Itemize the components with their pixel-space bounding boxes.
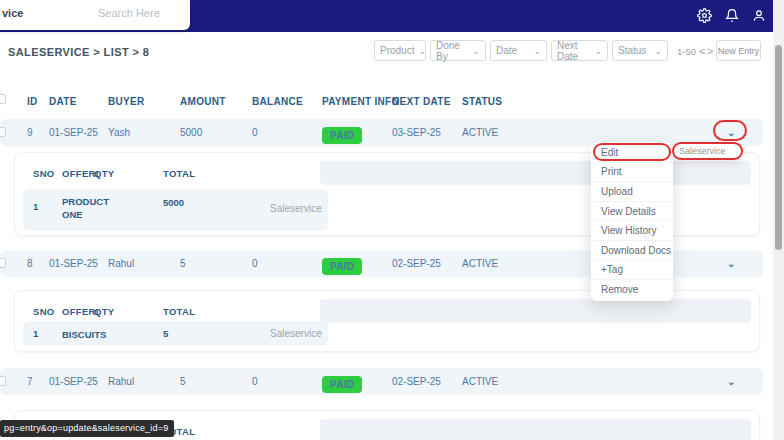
chevron-down-icon: ⌄: [594, 46, 602, 56]
sub-col-qty: QTY: [94, 168, 114, 179]
search-bar[interactable]: vice Search Here: [0, 0, 190, 30]
cell-id: 8: [27, 258, 33, 269]
col-header-id: ID: [27, 96, 38, 107]
chevron-down-icon: ⌄: [472, 46, 480, 56]
cell-balance: 0: [252, 258, 258, 269]
cell-date: 01-SEP-25: [49, 376, 98, 387]
filter-doneby-label: Done By: [436, 40, 468, 62]
col-header-balance: BALANCE: [252, 96, 303, 107]
subtable-header-band: [320, 299, 751, 323]
scrollbar-thumb[interactable]: [775, 45, 782, 250]
filter-nextdate-select[interactable]: Next Date ⌄: [551, 40, 608, 61]
filter-status-select[interactable]: Status ⌄: [612, 40, 668, 61]
row-context-menu: Edit Print Upload View Details View Hist…: [591, 142, 673, 301]
user-profile-icon[interactable]: [752, 8, 766, 23]
status-badge: PAID: [322, 258, 362, 275]
cell-next-date: 02-SEP-25: [392, 258, 441, 269]
cell-next-date: 03-SEP-25: [392, 127, 441, 138]
cell-buyer: Rahul: [108, 258, 134, 269]
row-expand-chevron-down-icon[interactable]: ⌄: [727, 258, 735, 269]
row-checkbox[interactable]: [0, 258, 6, 268]
table-row[interactable]: 7 01-SEP-25 Rahul 5 0 PAID 02-SEP-25 ACT…: [0, 368, 763, 395]
cell-buyer: Rahul: [108, 376, 134, 387]
cell-balance: 0: [252, 127, 258, 138]
menu-item-upload[interactable]: Upload: [591, 182, 673, 202]
sub-col-sno: SNO: [33, 168, 55, 179]
pagination-range: 1-50: [677, 46, 696, 57]
app-window: vice Search Here SALESERVICE > LIST > 8 …: [0, 0, 784, 440]
cell-next-date: 02-SEP-25: [392, 376, 441, 387]
cell-buyer: Yash: [108, 127, 130, 138]
cell-amount: 5: [180, 258, 186, 269]
scrollbar-track[interactable]: [773, 0, 784, 440]
new-entry-button[interactable]: New Entry: [716, 40, 761, 61]
menu-item-print[interactable]: Print: [591, 163, 673, 183]
pagination-prev-icon[interactable]: <: [699, 45, 705, 57]
sub-col-total: TOTAL: [163, 168, 195, 179]
sub-col-sno: SNO: [33, 306, 55, 317]
col-header-payment-info: PAYMENT INFO: [322, 96, 400, 107]
pagination-next-icon[interactable]: >: [707, 45, 713, 57]
sub-cell-offeri: BISCUITS: [62, 328, 114, 341]
menu-item-view-details[interactable]: View Details: [591, 202, 673, 222]
col-header-amount: AMOUNT: [180, 96, 226, 107]
cell-date: 01-SEP-25: [49, 258, 98, 269]
chevron-down-icon: ⌄: [533, 46, 541, 56]
sub-table-row: 1 PRODUCT ONE 5000 Saleservice: [23, 189, 328, 231]
menu-item-download-docs[interactable]: Download Docs: [591, 241, 673, 261]
row-checkbox[interactable]: [0, 376, 6, 386]
sub-cell-offeri: PRODUCT ONE: [62, 195, 114, 221]
row-expand-chevron-down-icon[interactable]: ⌄: [727, 376, 735, 387]
subtable-header-band: [320, 161, 751, 185]
filter-product-select[interactable]: Product ⌄: [374, 40, 426, 61]
select-all-checkbox[interactable]: [0, 94, 6, 104]
col-header-status: STATUS: [462, 96, 502, 107]
status-badge: PAID: [322, 127, 362, 144]
annotation-chip: Saleservice: [672, 142, 743, 160]
cell-amount: 5: [180, 376, 186, 387]
menu-item-remove[interactable]: Remove: [591, 280, 673, 300]
menu-item-view-history[interactable]: View History: [591, 221, 673, 241]
settings-gear-icon[interactable]: [697, 8, 712, 23]
sub-cell-sno: 1: [33, 201, 38, 212]
cell-status: ACTIVE: [462, 258, 498, 269]
sub-cell-done-by: Saleservice: [270, 328, 322, 339]
filter-date-select[interactable]: Date ⌄: [490, 40, 547, 61]
annotation-oval-edit: [593, 143, 671, 161]
sub-cell-total: 5000: [163, 197, 184, 208]
sub-cell-done-by: Saleservice: [270, 203, 322, 214]
cell-status: ACTIVE: [462, 127, 498, 138]
sub-col-total: TOTAL: [163, 306, 195, 317]
filter-product-label: Product: [380, 45, 414, 56]
breadcrumb: SALESERVICE > LIST > 8: [8, 46, 149, 58]
brand-text-fragment: vice: [2, 7, 23, 19]
menu-item-tag[interactable]: +Tag: [591, 261, 673, 281]
status-badge: PAID: [322, 376, 362, 393]
annotation-oval-chevron: [713, 120, 747, 141]
filter-nextdate-label: Next Date: [557, 40, 590, 62]
col-header-buyer: BUYER: [108, 96, 145, 107]
row-checkbox[interactable]: [0, 127, 6, 137]
sub-cell-sno: 1: [33, 328, 38, 339]
filter-date-label: Date: [496, 45, 517, 56]
chevron-down-icon: ⌄: [418, 46, 426, 56]
notifications-bell-icon[interactable]: [725, 8, 739, 23]
cell-id: 9: [27, 127, 33, 138]
search-input[interactable]: Search Here: [98, 7, 160, 19]
col-header-date: DATE: [49, 96, 77, 107]
filter-doneby-select[interactable]: Done By ⌄: [430, 40, 486, 61]
sub-cell-total: 5: [163, 328, 168, 339]
subtable-header-band: [320, 419, 751, 440]
chevron-down-icon: ⌄: [654, 46, 662, 56]
sub-col-qty: QTY: [94, 306, 114, 317]
col-header-next-date: NEXT DATE: [392, 96, 451, 107]
cell-status: ACTIVE: [462, 376, 498, 387]
status-bar-url: pg=entry&op=update&saleservice_id=9: [0, 420, 174, 437]
cell-balance: 0: [252, 376, 258, 387]
sub-table-row: 1 BISCUITS 5 Saleservice: [23, 321, 328, 346]
filter-status-label: Status: [618, 45, 646, 56]
cell-date: 01-SEP-25: [49, 127, 98, 138]
cell-id: 7: [27, 376, 33, 387]
cell-amount: 5000: [180, 127, 202, 138]
